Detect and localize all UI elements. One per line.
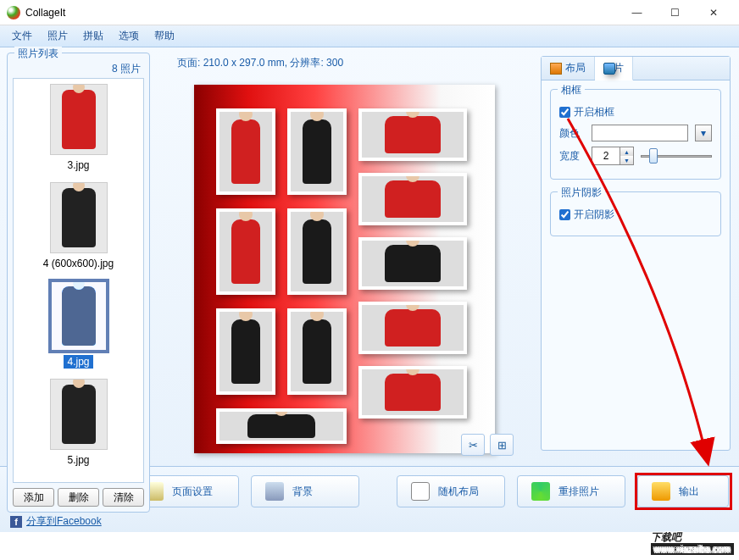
app-title: CollageIt — [25, 7, 618, 19]
collage-photo[interactable] — [216, 308, 275, 395]
menu-options[interactable]: 选项 — [112, 26, 146, 46]
titlebar: CollageIt — ☐ ✕ — [0, 0, 739, 25]
background-button[interactable]: 背景 — [251, 475, 359, 507]
minimize-button[interactable]: — — [618, 1, 656, 25]
thumbnail-list[interactable]: 3.jpg4 (600x600).jpg4.jpg5.jpg — [13, 78, 144, 483]
spin-down[interactable]: ▼ — [620, 156, 633, 164]
export-icon — [652, 482, 670, 501]
page-info: 页面: 210.0 x 297.0 mm, 分辨率: 300 — [165, 53, 524, 77]
collage-photo[interactable] — [216, 208, 275, 295]
fit-tool-button[interactable]: ⊞ — [490, 434, 514, 456]
dice-icon — [411, 482, 430, 501]
clear-button[interactable]: 清除 — [103, 488, 144, 507]
collage-photo[interactable] — [216, 408, 347, 444]
close-button[interactable]: ✕ — [694, 1, 732, 25]
menu-help[interactable]: 帮助 — [147, 26, 181, 46]
enable-frame-label: 开启相框 — [574, 105, 614, 119]
reshuffle-button[interactable]: 重排照片 — [517, 475, 625, 507]
color-dropdown-button[interactable]: ▾ — [695, 125, 712, 141]
export-button[interactable]: 输出 — [637, 475, 729, 507]
layout-icon — [550, 63, 562, 75]
enable-frame-checkbox[interactable] — [559, 107, 570, 118]
refresh-icon — [531, 482, 550, 501]
collage-photo[interactable] — [287, 108, 347, 195]
delete-button[interactable]: 删除 — [58, 488, 99, 507]
photo-icon — [603, 63, 615, 75]
photo-list-title: 照片列表 — [14, 47, 62, 61]
frame-width-slider[interactable] — [641, 147, 712, 164]
collage-photo[interactable] — [358, 237, 467, 290]
list-item[interactable]: 4.jpg — [19, 280, 138, 369]
tab-layout[interactable]: 布局 — [542, 57, 595, 80]
collage-photo[interactable] — [358, 366, 467, 419]
add-button[interactable]: 添加 — [13, 488, 54, 507]
frame-color-swatch[interactable] — [592, 125, 688, 141]
tab-photo[interactable]: 照片 — [595, 57, 633, 80]
collage-canvas[interactable] — [194, 85, 495, 453]
menu-photo[interactable]: 照片 — [41, 26, 75, 46]
color-label: 颜色 — [559, 126, 585, 141]
maximize-button[interactable]: ☐ — [656, 1, 694, 25]
collage-photo[interactable] — [287, 308, 347, 395]
share-facebook-link[interactable]: f 分享到Facebook — [10, 514, 729, 529]
list-item[interactable]: 5.jpg — [19, 379, 138, 467]
frame-width-input[interactable] — [592, 147, 620, 164]
collage-photo[interactable] — [358, 108, 467, 161]
frame-group: 相框 开启相框 颜色 ▾ 宽度 ▲▼ — [550, 89, 721, 180]
collage-photo[interactable] — [358, 173, 467, 225]
collage-photo[interactable] — [358, 302, 467, 354]
enable-shadow-label: 开启阴影 — [574, 208, 614, 222]
app-icon — [7, 6, 20, 19]
menu-collage[interactable]: 拼贴 — [76, 26, 110, 46]
frame-group-title: 相框 — [558, 83, 585, 97]
photo-count: 8 照片 — [13, 60, 144, 78]
menubar: 文件 照片 拼贴 选项 帮助 — [0, 25, 739, 47]
enable-shadow-checkbox[interactable] — [559, 209, 570, 220]
crop-tool-button[interactable]: ✂ — [461, 434, 485, 456]
shadow-group: 照片阴影 开启阴影 — [550, 191, 721, 236]
menu-file[interactable]: 文件 — [5, 26, 39, 46]
list-item[interactable]: 3.jpg — [19, 84, 138, 172]
width-label: 宽度 — [559, 149, 585, 164]
facebook-icon: f — [10, 516, 22, 528]
spin-up[interactable]: ▲ — [620, 147, 633, 156]
shadow-group-title: 照片阴影 — [558, 186, 605, 200]
background-icon — [265, 482, 284, 501]
list-item[interactable]: 4 (600x600).jpg — [19, 182, 138, 270]
frame-width-spinner[interactable]: ▲▼ — [592, 147, 634, 165]
collage-photo[interactable] — [216, 108, 275, 195]
collage-photo[interactable] — [287, 208, 347, 295]
random-layout-button[interactable]: 随机布局 — [397, 475, 505, 507]
photo-list-group: 照片列表 8 照片 3.jpg4 (600x600).jpg4.jpg5.jpg… — [7, 53, 150, 513]
properties-tabs: 布局 照片 相框 开启相框 颜色 ▾ 宽度 — [541, 56, 731, 451]
